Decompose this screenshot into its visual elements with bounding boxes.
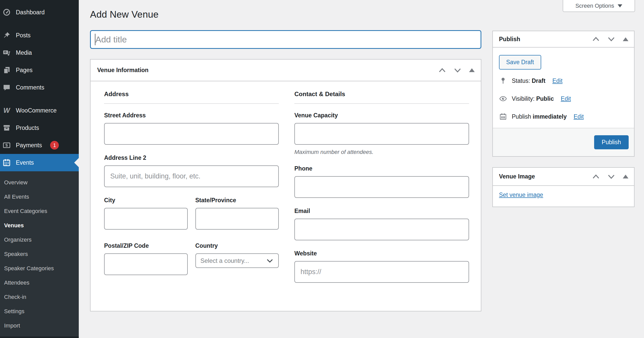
address-line2-label: Address Line 2 [104,154,279,161]
phone-input[interactable] [294,176,469,198]
sidebar-item-label: Dashboard [16,9,45,16]
venue-capacity-input[interactable] [294,123,469,145]
move-down-icon[interactable] [454,67,461,73]
city-label: City [104,197,188,204]
submenu-item-venues[interactable]: Venues [0,218,79,233]
chevron-down-icon [618,4,622,7]
postal-country-row: Postal/ZIP Code Country Select a country… [104,242,279,275]
schedule-value: immediately [533,113,567,120]
country-field: Country Select a country... [195,242,279,275]
submenu-item-event-categories[interactable]: Event Categories [0,204,79,218]
submenu-item-check-in[interactable]: Check-in [0,290,79,304]
website-field: Website [294,250,469,283]
submenu-item-import[interactable]: Import [0,319,79,333]
venue-information-body: Address Street Address Address Line 2 Ci… [91,81,481,311]
metabox-title: Venue Image [499,173,535,180]
city-input[interactable] [104,208,188,230]
street-address-input[interactable] [104,123,279,145]
website-input[interactable] [294,261,469,283]
state-label: State/Province [195,197,279,204]
street-address-field: Street Address [104,112,279,145]
metabox-controls [438,67,475,73]
schedule-row: Publish immediately Edit [499,112,628,121]
website-label: Website [294,250,469,257]
submenu-item-speaker-categories[interactable]: Speaker Categories [0,261,79,276]
calendar-icon [499,112,507,121]
venue-image-header: Venue Image [493,168,634,186]
collapse-toggle-icon[interactable] [469,68,475,72]
address-line2-input[interactable] [104,165,279,187]
page-title: Add New Venue [90,0,481,20]
pages-icon [3,66,11,74]
menu-separator [0,96,79,102]
city-state-row: City State/Province [104,197,279,230]
eye-icon [499,95,507,103]
submenu-item-settings[interactable]: Settings [0,304,79,319]
sidebar-item-label: Media [16,49,32,56]
submenu-item-organizers[interactable]: Organizers [0,233,79,247]
sidebar-item-comments[interactable]: Comments [0,79,79,96]
publish-button[interactable]: Publish [594,135,629,149]
edit-status-link[interactable]: Edit [552,77,563,84]
collapse-toggle-icon[interactable] [623,37,628,41]
state-input[interactable] [195,208,279,230]
email-input[interactable] [294,219,469,240]
save-draft-button[interactable]: Save Draft [499,55,541,70]
move-up-icon[interactable] [438,67,446,73]
sidebar-item-label: Products [16,125,39,131]
publish-footer: Publish [493,128,634,156]
postal-code-input[interactable] [104,253,188,275]
move-up-icon[interactable] [592,36,600,42]
country-label: Country [195,242,279,249]
submenu-item-speakers[interactable]: Speakers [0,247,79,261]
sidebar-item-dashboard[interactable]: Dashboard [0,4,79,21]
sidebar-item-label: Events [16,159,34,166]
metabox-title: Publish [499,36,520,43]
sidebar-item-media[interactable]: Media [0,44,79,61]
state-field: State/Province [195,197,279,230]
pushpin-icon [3,31,11,39]
collapse-toggle-icon[interactable] [623,175,628,178]
sidebar-item-posts[interactable]: Posts [0,27,79,44]
right-rail: Publish Save Draft Status: Draft Edit [492,31,635,207]
publish-metabox: Publish Save Draft Status: Draft Edit [492,31,635,157]
venue-capacity-field: Venue Capacity Maximum number of attende… [294,112,469,155]
move-down-icon[interactable] [607,36,615,42]
sidebar-item-woocommerce[interactable]: W WooCommerce [0,102,79,119]
submenu-item-attendees[interactable]: Attendees [0,276,79,290]
phone-label: Phone [294,165,469,172]
move-down-icon[interactable] [607,174,615,179]
move-up-icon[interactable] [592,174,600,179]
edit-visibility-link[interactable]: Edit [561,95,571,102]
venue-title-input[interactable] [90,30,481,49]
sidebar-item-pages[interactable]: Pages [0,61,79,79]
submenu-item-overview[interactable]: Overview [0,175,79,190]
capacity-help-text: Maximum number of attendees. [294,149,469,155]
title-field-wrap [90,30,481,49]
metabox-title: Venue Information [97,67,149,74]
main-content: Add New Venue Venue Information Address … [90,0,481,311]
venue-capacity-label: Venue Capacity [294,112,469,119]
set-venue-image-link[interactable]: Set venue image [499,191,543,198]
screen-options-label: Screen Options [575,3,614,9]
country-select[interactable]: Select a country... [195,253,279,268]
phone-field: Phone [294,165,469,198]
pin-status-icon [499,77,507,85]
visibility-row: Visibility: Public Edit [499,95,628,103]
country-select-value: Select a country... [201,257,249,264]
submenu-item-all-events[interactable]: All Events [0,190,79,204]
venue-image-body: Set venue image [493,186,634,207]
comment-bubble-icon [3,83,11,92]
events-submenu: Overview All Events Event Categories Ven… [0,171,79,336]
sidebar-item-payments[interactable]: Payments 1 [0,137,79,154]
sidebar-item-events[interactable]: Events [0,154,79,171]
sidebar-item-label: Posts [16,32,31,39]
edit-schedule-link[interactable]: Edit [574,113,584,120]
woocommerce-icon: W [3,106,11,115]
dashboard-icon [3,8,11,16]
sidebar-item-products[interactable]: Products [0,119,79,137]
section-divider [294,103,469,104]
screen-options-button[interactable]: Screen Options [563,0,635,12]
address-section-heading: Address [104,91,279,98]
sidebar-item-label: Comments [16,84,44,91]
